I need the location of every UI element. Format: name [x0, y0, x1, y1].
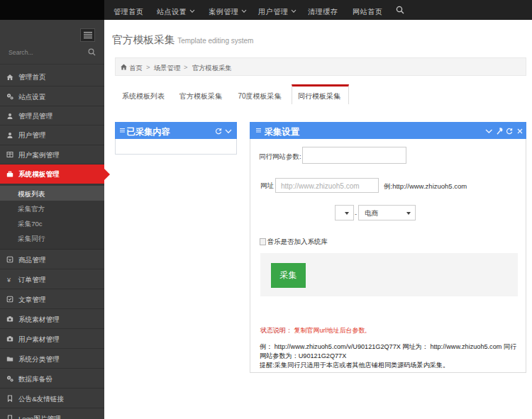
svg-text:¥: ¥: [6, 276, 11, 284]
